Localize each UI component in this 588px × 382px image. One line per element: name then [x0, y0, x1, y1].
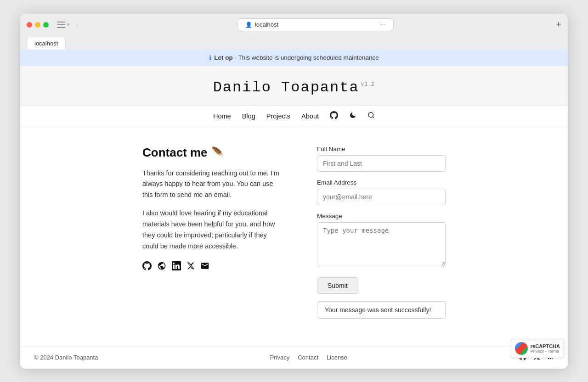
svg-line-1 [373, 117, 374, 118]
alert-bold: Let op - This website is undergoing sche… [214, 54, 379, 61]
contact-heading: Contact me 🪶 [142, 146, 280, 160]
sidebar-toggle[interactable]: ▾ [57, 22, 70, 28]
recaptcha-badge: reCAPTCHA Privacy - Terms [511, 339, 564, 358]
submit-button[interactable]: Submit [317, 277, 358, 294]
site-header: Danilo Toapantav1.2 [20, 66, 568, 106]
browser-chrome: ▾ ‹ 👤 localhost ··· + localhost [20, 14, 568, 50]
browser-tab[interactable]: localhost [27, 37, 66, 50]
back-button[interactable]: ‹ [76, 21, 79, 29]
more-options-icon[interactable]: ··· [379, 21, 385, 29]
success-message: Your message was sent successfully! [317, 301, 446, 319]
site-footer: © 2024 Danilo Toapanta Privacy Contact L… [20, 346, 568, 369]
full-name-label: Full Name [317, 146, 446, 152]
contact-para-2: I also would love hearing if my educatio… [142, 208, 280, 252]
alert-banner: ℹ Let op - This website is undergoing sc… [20, 50, 568, 66]
nav-blog[interactable]: Blog [242, 112, 255, 120]
contact-para-1: Thanks for considering reaching out to m… [142, 168, 280, 201]
footer-privacy-link[interactable]: Privacy [270, 354, 290, 361]
lock-icon: 👤 [245, 22, 252, 28]
email-group: Email Address [317, 179, 446, 205]
page-content: ℹ Let op - This website is undergoing sc… [20, 50, 568, 369]
email-label: Email Address [317, 179, 446, 186]
full-name-group: Full Name [317, 146, 446, 172]
feather-icon: 🪶 [211, 146, 224, 158]
svg-point-0 [368, 112, 373, 118]
linkedin-social-icon[interactable] [172, 261, 181, 273]
social-links [142, 261, 280, 273]
footer-license-link[interactable]: License [327, 354, 347, 361]
full-name-input[interactable] [317, 155, 446, 172]
nav-about[interactable]: About [301, 112, 319, 120]
main-content: Contact me 🪶 Thanks for considering reac… [20, 127, 568, 346]
address-bar[interactable]: 👤 localhost ··· [237, 18, 394, 31]
site-nav: Home Blog Projects About [20, 106, 568, 127]
address-text: localhost [255, 21, 278, 28]
recaptcha-links: Privacy - Terms [531, 349, 560, 354]
message-label: Message [317, 213, 446, 219]
site-version: v1.2 [361, 81, 375, 87]
left-column: Contact me 🪶 Thanks for considering reac… [142, 146, 280, 319]
github-social-icon[interactable] [142, 261, 152, 273]
site-title: Danilo Toapantav1.2 [28, 79, 560, 96]
dark-mode-icon[interactable] [349, 112, 356, 121]
nav-home[interactable]: Home [213, 112, 231, 120]
traffic-lights [27, 22, 49, 28]
search-icon[interactable] [368, 112, 375, 121]
message-input[interactable] [317, 222, 446, 266]
info-icon: ℹ [209, 54, 211, 62]
minimize-button[interactable] [35, 22, 40, 28]
recaptcha-name: reCAPTCHA [531, 343, 560, 349]
new-tab-button[interactable]: + [556, 19, 561, 30]
github-icon[interactable] [330, 111, 338, 121]
nav-projects[interactable]: Projects [266, 112, 290, 120]
recaptcha-logo [515, 342, 528, 355]
contact-form: Full Name Email Address Message Submit Y… [317, 146, 446, 319]
web-social-icon[interactable] [157, 261, 166, 273]
footer-copyright: © 2024 Danilo Toapanta [34, 354, 98, 361]
email-social-icon[interactable] [200, 261, 209, 273]
maximize-button[interactable] [43, 22, 49, 28]
email-input[interactable] [317, 189, 446, 205]
close-button[interactable] [27, 22, 32, 28]
message-group: Message [317, 213, 446, 268]
footer-contact-link[interactable]: Contact [298, 354, 318, 361]
recaptcha-text: reCAPTCHA Privacy - Terms [531, 343, 560, 354]
footer-links: Privacy Contact License [270, 354, 347, 361]
x-social-icon[interactable] [187, 262, 195, 272]
nav-arrows: ‹ [76, 21, 79, 29]
